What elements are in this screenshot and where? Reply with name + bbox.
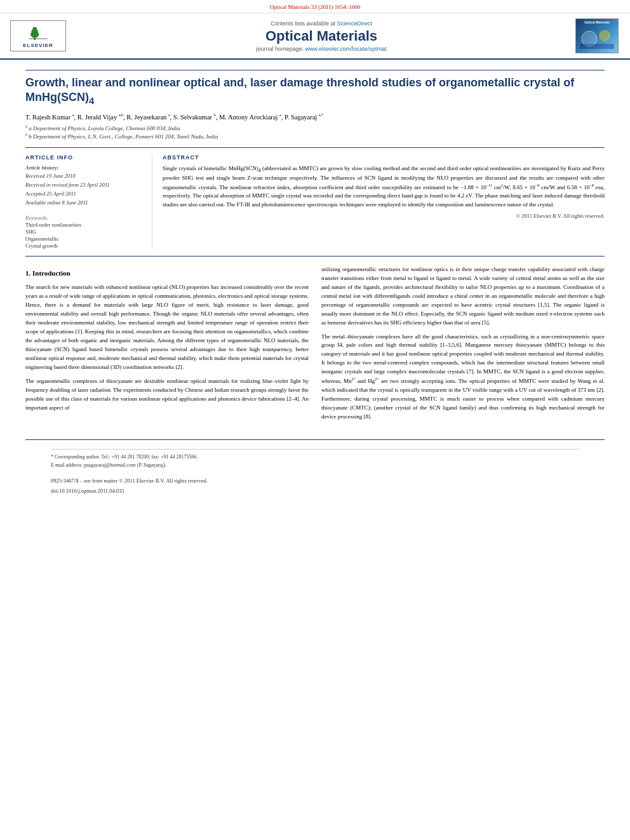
body-columns: 1. Introduction The search for new mater… [25, 265, 605, 427]
keywords-section: Keywords: Third-order nonlinearities SHG… [25, 211, 144, 249]
keyword-2: SHG [25, 229, 144, 235]
journal-cover: Optical Materials [575, 18, 620, 53]
cover-graphic-icon [577, 26, 617, 51]
body-right-col: utilizing organometallic structures for … [321, 265, 605, 427]
svg-point-7 [600, 30, 610, 41]
elsevier-logo: ELSEVIER [10, 20, 67, 51]
page-container: Optical Materials 33 (2011) 1654–1660 EL… [0, 0, 630, 504]
sciencedirect-link[interactable]: ScienceDirect [337, 20, 373, 27]
cover-image: Optical Materials [575, 18, 619, 53]
keyword-4: Crystal growth [25, 243, 144, 249]
elsevier-tree-icon [25, 23, 51, 41]
journal-ref: Optical Materials 33 (2011) 1654–1660 [270, 4, 361, 10]
article-content: Growth, linear and nonlinear optical and… [0, 60, 630, 504]
elsevier-logo-box: ELSEVIER [10, 20, 66, 51]
affiliation-a: a a Department of Physics, Loyola Colleg… [25, 124, 605, 131]
svg-rect-4 [29, 38, 47, 39]
elsevier-text: ELSEVIER [13, 43, 63, 48]
footer-area: * Corresponding author. Tel.: +91 44 281… [25, 439, 605, 494]
svg-point-3 [32, 27, 37, 31]
abstract-text: Single crystals of bimetallic MnHg(SCN)4… [163, 164, 605, 209]
footer-thin-line [51, 449, 579, 450]
copyright-line: © 2011 Elsevier B.V. All rights reserved… [163, 213, 605, 219]
abstract-section: ABSTRACT Single crystals of bimetallic M… [163, 154, 605, 250]
keywords-label: Keywords: [25, 215, 144, 221]
history-label: Article history: [25, 164, 144, 171]
svg-rect-8 [580, 44, 614, 49]
intro-paragraph-2: The organometallic complexes of thiocyan… [25, 377, 309, 413]
article-info-title: ARTICLE INFO [25, 154, 144, 161]
footer-doi: doi:10.1016/j.optmat.2011.04.033 [51, 488, 579, 494]
homepage-url[interactable]: www.elsevier.com/locate/optmat [305, 46, 387, 52]
top-bar: Optical Materials 33 (2011) 1654–1660 [0, 0, 630, 13]
keyword-3: Organometallic [25, 236, 144, 242]
journal-header: ELSEVIER Contents lists available at Sci… [0, 13, 630, 60]
journal-homepage: journal homepage: www.elsevier.com/locat… [67, 46, 575, 52]
title-divider-top [25, 70, 605, 70]
body-left-col: 1. Introduction The search for new mater… [25, 265, 309, 427]
keyword-1: Third-order nonlinearities [25, 222, 144, 228]
contents-line: Contents lists available at ScienceDirec… [67, 20, 575, 27]
journal-title-area: Contents lists available at ScienceDirec… [67, 20, 575, 52]
authors: T. Rajesh Kumar a, R. Jerald Vijay a,b, … [25, 113, 605, 121]
article-title: Growth, linear and nonlinear optical and… [25, 76, 605, 107]
abstract-title: ABSTRACT [163, 154, 605, 161]
received-revised-date: Received in revised form 23 April 2011 [25, 182, 144, 188]
footer-issn: 0925-3467/$ – see front matter © 2011 El… [51, 477, 579, 484]
journal-name: Optical Materials [67, 28, 575, 44]
footnote-corresponding: * Corresponding author. Tel.: +91 44 281… [51, 453, 579, 460]
section-1-heading: 1. Introduction [25, 268, 309, 279]
right-paragraph-2: The metal–thiocyanate complexes have all… [321, 333, 605, 422]
available-online-date: Available online 8 June 2011 [25, 199, 144, 206]
accepted-date: Accepted 25 April 2011 [25, 190, 144, 197]
received-date: Received 19 June 2010 [25, 173, 144, 179]
info-abstract-row: ARTICLE INFO Article history: Received 1… [25, 147, 605, 257]
article-info-panel: ARTICLE INFO Article history: Received 1… [25, 154, 152, 250]
right-paragraph-1: utilizing organometallic structures for … [321, 265, 605, 328]
footnote-email: E-mail address: psagayaraj@hotmail.com (… [51, 462, 579, 469]
intro-paragraph-1: The search for new materials with enhanc… [25, 283, 309, 371]
affiliations: a a Department of Physics, Loyola Colleg… [25, 124, 605, 140]
affiliation-b: b b Department of Physics, L.N. Govt., C… [25, 133, 605, 140]
